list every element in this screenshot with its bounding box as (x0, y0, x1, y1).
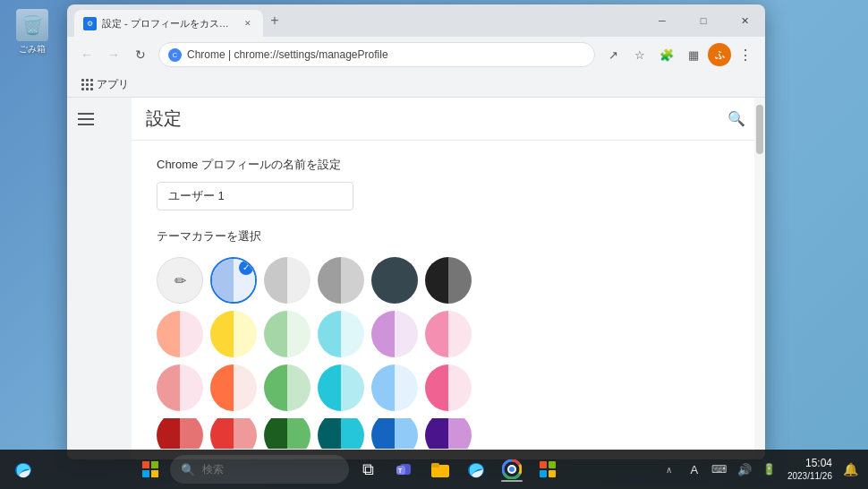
volume-icon[interactable]: 🔊 (734, 459, 755, 480)
color-blue-dark[interactable] (371, 418, 418, 449)
tray-chevron[interactable]: ∧ (659, 459, 680, 480)
task-view-btn[interactable]: ⧉ (353, 453, 385, 485)
scrollbar-track[interactable] (754, 98, 765, 459)
svg-rect-2 (151, 461, 158, 468)
title-bar: ⚙ 設定 - プロフィールをカスタマイズ ✕ + ─ □ ✕ (67, 4, 765, 37)
bookmark-btn[interactable]: ☆ (627, 42, 652, 67)
color-peach[interactable] (157, 311, 203, 357)
cast-btn[interactable]: ▦ (681, 42, 706, 67)
address-bar[interactable]: C Chrome | chrome://settings/manageProfi… (158, 42, 595, 67)
battery-icon[interactable]: 🔋 (759, 459, 780, 480)
teams-icon[interactable]: T (388, 453, 421, 485)
color-dark-teal[interactable] (371, 257, 418, 304)
svg-rect-1 (142, 461, 149, 468)
color-yellow[interactable] (210, 311, 257, 357)
font-icon[interactable]: A (684, 459, 705, 480)
color-blue-med[interactable] (371, 365, 418, 411)
edge-taskbar-icon[interactable] (460, 453, 492, 485)
store-icon[interactable] (532, 453, 564, 485)
svg-rect-9 (431, 463, 439, 468)
search-settings-btn[interactable]: 🔍 (722, 105, 751, 133)
search-icon: 🔍 (181, 463, 195, 476)
profile-btn[interactable]: ふ (708, 43, 731, 66)
color-red-dark[interactable] (157, 418, 203, 449)
address-text: Chrome | chrome://settings/manageProfile (187, 48, 388, 61)
custom-color-btn[interactable]: ✏ (157, 257, 203, 304)
notification-btn[interactable]: 🔔 (839, 459, 861, 480)
desktop-icon-trash[interactable]: 🗑️ ごみ箱 (9, 9, 55, 56)
apps-btn[interactable]: アプリ (74, 75, 136, 94)
content-area: 設定 🔍 Chrome プロフィールの名前を設定 テーマカラーを選択 ✏ (67, 98, 765, 459)
color-black[interactable] (425, 257, 472, 304)
bookmarks-bar: アプリ (67, 73, 765, 98)
tab-close-btn[interactable]: ✕ (242, 17, 254, 30)
svg-rect-16 (540, 470, 547, 477)
color-teal-light[interactable] (318, 311, 364, 357)
color-purple-light[interactable] (371, 311, 418, 357)
system-tray: ∧ A ⌨ 🔊 🔋 15:04 2023/11/26 🔔 (659, 457, 861, 483)
clock-display[interactable]: 15:04 2023/11/26 (784, 457, 836, 483)
color-green-med[interactable] (264, 365, 311, 411)
maximize-btn[interactable]: □ (683, 4, 724, 37)
color-gray-mid[interactable] (318, 257, 364, 304)
taskbar-left (7, 453, 39, 485)
back-btn[interactable]: ← (74, 42, 99, 67)
color-row-3 (157, 365, 740, 411)
color-green-dark[interactable] (264, 418, 311, 449)
svg-rect-14 (540, 461, 547, 468)
file-explorer-icon[interactable] (424, 453, 456, 485)
color-pink-med[interactable] (157, 365, 203, 411)
selected-checkmark: ✓ (239, 261, 253, 275)
close-btn[interactable]: ✕ (724, 4, 765, 37)
chrome-taskbar-icon[interactable] (496, 453, 528, 485)
color-pink-light[interactable] (425, 311, 472, 357)
apps-label: アプリ (97, 77, 129, 92)
color-teal-dark[interactable] (318, 418, 364, 449)
svg-rect-4 (151, 470, 158, 477)
extensions-btn[interactable]: 🧩 (654, 42, 679, 67)
settings-header (67, 98, 132, 141)
color-red-med[interactable] (210, 418, 257, 449)
forward-btn[interactable]: → (101, 42, 126, 67)
start-btn[interactable] (134, 453, 166, 485)
taskbar-search[interactable]: 🔍 (170, 455, 349, 484)
color-orange[interactable] (210, 365, 257, 411)
svg-rect-17 (549, 470, 556, 477)
color-row-4 (157, 418, 740, 449)
settings-sidebar (67, 98, 132, 459)
new-tab-btn[interactable]: + (263, 9, 286, 32)
clock-date: 2023/11/26 (787, 470, 832, 482)
tab-settings-icon: ⚙ (83, 17, 97, 30)
keyboard-icon[interactable]: ⌨ (709, 459, 730, 480)
reload-btn[interactable]: ↻ (128, 42, 153, 67)
trash-label: ごみ箱 (19, 43, 46, 56)
svg-text:T: T (398, 468, 403, 474)
color-purple-dark[interactable] (425, 418, 472, 449)
nav-bar: ← → ↻ C Chrome | chrome://settings/manag… (67, 37, 765, 73)
menu-btn[interactable]: ⋮ (733, 42, 758, 67)
taskbar-edge-icon[interactable] (7, 453, 39, 485)
settings-scroll-content: Chrome プロフィールの名前を設定 テーマカラーを選択 ✏ ✓ (132, 141, 765, 459)
tab-title: 設定 - プロフィールをカスタマイズ (102, 17, 236, 30)
browser-window: ⚙ 設定 - プロフィールをカスタマイズ ✕ + ─ □ ✕ ← → ↻ C C… (67, 4, 765, 459)
settings-main: 設定 🔍 Chrome プロフィールの名前を設定 テーマカラーを選択 ✏ (132, 98, 765, 459)
taskbar-search-input[interactable] (202, 463, 338, 476)
scrollbar-thumb[interactable] (756, 105, 763, 154)
color-pink-deep[interactable] (425, 365, 472, 411)
svg-point-13 (509, 467, 515, 472)
minimize-btn[interactable]: ─ (642, 4, 683, 37)
color-blue-selected[interactable]: ✓ (210, 257, 257, 304)
color-teal-med[interactable] (318, 365, 364, 411)
tab-active[interactable]: ⚙ 設定 - プロフィールをカスタマイズ ✕ (74, 10, 263, 37)
hamburger-menu[interactable] (78, 113, 94, 125)
color-gray-light[interactable] (264, 257, 311, 304)
theme-color-section: テーマカラーを選択 ✏ ✓ (157, 228, 740, 449)
profile-name-input[interactable] (157, 182, 353, 210)
trash-icon: 🗑️ (16, 9, 48, 41)
color-green-light[interactable] (264, 311, 311, 357)
profile-name-label: Chrome プロフィールの名前を設定 (157, 157, 740, 173)
color-row-1: ✏ ✓ (157, 257, 740, 304)
color-row-2 (157, 311, 740, 357)
share-btn[interactable]: ↗ (600, 42, 625, 67)
taskbar-center: 🔍 ⧉ T (39, 453, 659, 485)
